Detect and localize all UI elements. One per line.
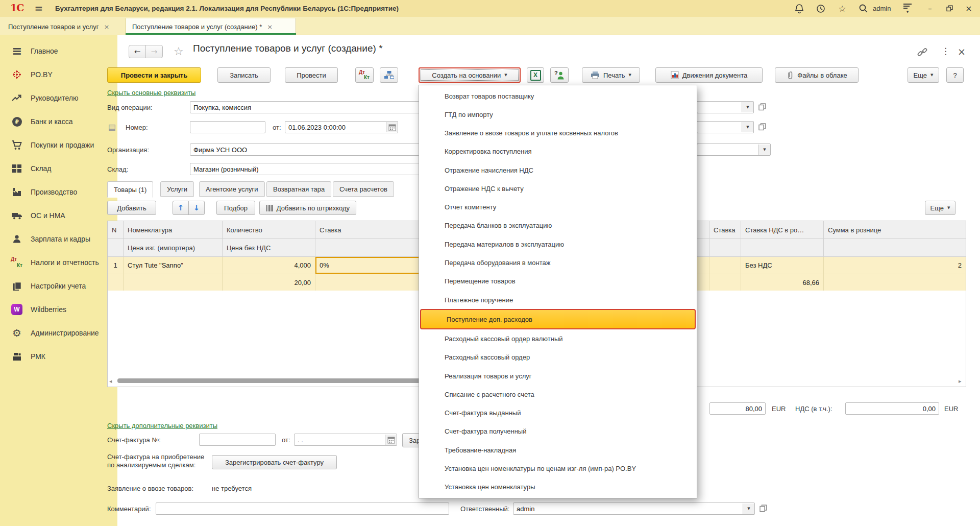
tab-agentskie[interactable]: Агентские услуги [199, 181, 265, 197]
sidebar-item-os-nma[interactable]: ОС и НМА [0, 204, 117, 227]
menu-item-peredacha-blankov[interactable]: Передача бланков в эксплуатацию [419, 217, 697, 235]
cloud-files-button[interactable]: Файлы в облаке [775, 67, 859, 83]
add-row-button[interactable]: Добавить [107, 201, 156, 215]
responsible-field[interactable]: admin ▼ [513, 503, 755, 515]
col-price-maker[interactable]: Цена изг. (импортера) [124, 239, 223, 257]
sidebar-item-poby[interactable]: PO.BY [0, 63, 117, 86]
sidebar-item-proizvodstvo[interactable]: Производство [0, 180, 117, 204]
organization-field[interactable]: Фирма УСН ООО [190, 144, 421, 156]
calendar-icon[interactable] [385, 435, 397, 445]
contract-field-stub[interactable]: ▼ [697, 121, 754, 133]
toolbar-more-button[interactable]: Еще▼ [908, 67, 939, 83]
total-amount-field[interactable]: 80,00 [709, 402, 766, 415]
menu-item-korrektirovka[interactable]: Корректировка поступления [419, 142, 697, 161]
open-counterparty-icon[interactable] [758, 103, 767, 111]
warehouse-field[interactable]: Магазин (розничный) [190, 163, 421, 175]
menu-item-ustanovka-tsen[interactable]: Установка цен номенклатуры [419, 478, 697, 496]
tab-close-icon[interactable]: × [267, 23, 273, 31]
tab-scheta-raschetov[interactable]: Счета расчетов [333, 181, 394, 197]
save-button[interactable]: Записать [217, 67, 271, 83]
open-responsible-icon[interactable] [759, 504, 768, 513]
number-field[interactable] [190, 121, 265, 133]
comment-field[interactable] [156, 503, 449, 515]
date-field[interactable]: 01.06.2023 0:00:00 [285, 121, 398, 133]
vat-total-field[interactable]: 0,00 [845, 402, 939, 415]
move-row-down-button[interactable]: ↓ [188, 201, 205, 215]
sidebar-item-nalogi[interactable]: ДтКт Налоги и отчетность [0, 251, 117, 274]
menu-item-rko[interactable]: Расходный кассовый ордер [419, 348, 697, 367]
document-structure-button[interactable] [380, 67, 398, 83]
menu-item-rko-valyutny[interactable]: Расходный кассовый ордер валютный [419, 329, 697, 348]
restore-window-button[interactable] [942, 0, 957, 17]
create-based-on-button[interactable]: Создать на основании▼ [419, 67, 521, 83]
sidebar-item-rmk[interactable]: РМК [0, 345, 117, 368]
col-quantity[interactable]: Количество [223, 221, 315, 239]
back-button[interactable]: ← [129, 45, 146, 58]
menu-item-postuplenie-dop-rashodov[interactable]: Поступление доп. расходов [420, 309, 696, 329]
tab-uslugi[interactable]: Услуги [160, 181, 194, 197]
table-row-cell-n[interactable]: 1 [108, 257, 124, 274]
close-window-button[interactable]: × [962, 0, 976, 17]
menu-item-otchet-komitentu[interactable]: Отчет комитенту [419, 198, 697, 217]
more-kebab-icon[interactable]: ⋮ [941, 46, 950, 56]
menu-item-peredacha-oborudovaniya[interactable]: Передача оборудования в монтаж [419, 253, 697, 272]
menu-item-trebovanie-nakladnaya[interactable]: Требование-накладная [419, 441, 697, 459]
table-row-cell-vat-retail[interactable]: Без НДС [741, 257, 824, 274]
counterparty-field-stub[interactable]: ▼ [697, 101, 754, 113]
table-row-cell-quantity[interactable]: 4,000 [223, 257, 315, 274]
open-contract-icon[interactable] [758, 123, 767, 131]
table-row-cell-price[interactable]: 20,00 [223, 274, 315, 291]
tab-receipt-list[interactable]: Поступление товаров и услуг × [2, 18, 125, 35]
sidebar-item-glavnoe[interactable]: ≡ Главное [0, 39, 117, 63]
document-movements-button[interactable]: Движения документа [655, 67, 763, 83]
tab-close-icon[interactable]: × [104, 23, 109, 31]
table-row-cell-price-retail[interactable]: 68,66 [741, 274, 824, 291]
sidebar-item-pokupki-prodazhi[interactable]: Покупки и продажи [0, 133, 117, 157]
hide-additional-requisites-link[interactable]: Скрыть дополнительные реквизиты [107, 422, 217, 429]
tab-receipt-new[interactable]: Поступление товаров и услуг (создание) *… [126, 18, 296, 35]
hide-main-requisites-link[interactable]: Скрыть основные реквизиты [107, 89, 195, 97]
current-user-label[interactable]: admin [873, 0, 891, 17]
menu-item-sf-vydanny[interactable]: Счет-фактура выданный [419, 404, 697, 422]
post-button[interactable]: Провести [285, 67, 338, 83]
register-invoice-button[interactable]: Зарегистрировать счет-фактуру [212, 455, 337, 469]
sidebar-item-zarplata-kadry[interactable]: Зарплата и кадры [0, 227, 117, 251]
col-vat-retail[interactable]: Ставка НДС в ро… [741, 221, 824, 239]
table-row-cell-nomenclature[interactable]: Стул Tute "Sanno" [124, 257, 223, 274]
menu-item-otrazhenie-nachisleniya-nds[interactable]: Отражение начисления НДС [419, 161, 697, 179]
add-by-barcode-button[interactable]: Добавить по штрихкоду [259, 201, 356, 215]
main-menu-icon[interactable]: ≡ [32, 0, 46, 17]
favorites-star-icon[interactable]: ☆ [835, 0, 849, 17]
view-settings-icon[interactable]: ▼ [899, 0, 916, 17]
sidebar-item-rukovoditelyu[interactable]: Руководителю [0, 86, 117, 110]
post-and-close-button[interactable]: Провести и закрыть [107, 67, 201, 83]
settlement-field-stub[interactable]: ▼ [697, 144, 771, 156]
menu-item-realizatsiya[interactable]: Реализация товаров и услуг [419, 367, 697, 385]
menu-item-vozvrat[interactable]: Возврат товаров поставщику [419, 87, 697, 105]
menu-item-gtd[interactable]: ГТД по импорту [419, 105, 697, 124]
menu-item-platezhnoe-poruchenie[interactable]: Платежное поручение [419, 291, 697, 309]
export-excel-button[interactable]: X [527, 67, 544, 83]
operation-type-field[interactable]: Покупка, комиссия [190, 101, 421, 113]
menu-item-spisanie[interactable]: Списание с расчетного счета [419, 385, 697, 403]
history-icon[interactable] [814, 0, 828, 17]
sidebar-item-sklad[interactable]: Склад [0, 157, 117, 180]
table-more-button[interactable]: Еще▼ [925, 201, 955, 215]
calendar-icon[interactable] [386, 122, 398, 132]
minimize-button[interactable]: – [923, 0, 937, 17]
sidebar-item-wildberries[interactable]: W Wildberries [0, 298, 117, 321]
hscroll-right-arrow[interactable]: ▸ [959, 378, 962, 385]
col-nomenclature[interactable]: Номенклатура [124, 221, 223, 239]
sidebar-item-nastroyki-ucheta[interactable]: Настройки учета [0, 274, 117, 298]
menu-item-peremeshchenie[interactable]: Перемещение товаров [419, 272, 697, 291]
table-row-cell-sum-retail[interactable]: 2 [824, 257, 966, 274]
sidebar-item-administrirovanie[interactable]: ⚙ Администрирование [0, 321, 117, 345]
hscroll-left-arrow[interactable]: ◂ [109, 378, 112, 385]
menu-item-otrazhenie-nds-vychet[interactable]: Отражение НДС к вычету [419, 179, 697, 198]
menu-item-zayavlenie-vvoz[interactable]: Заявление о ввозе товаров и уплате косве… [419, 124, 697, 142]
forward-button[interactable]: → [145, 45, 163, 58]
pick-button[interactable]: Подбор [216, 201, 255, 215]
tab-tovary[interactable]: Товары (1) [107, 181, 153, 198]
favorite-star-icon[interactable]: ☆ [174, 45, 184, 58]
col-price-no-vat[interactable]: Цена без НДС [223, 239, 315, 257]
